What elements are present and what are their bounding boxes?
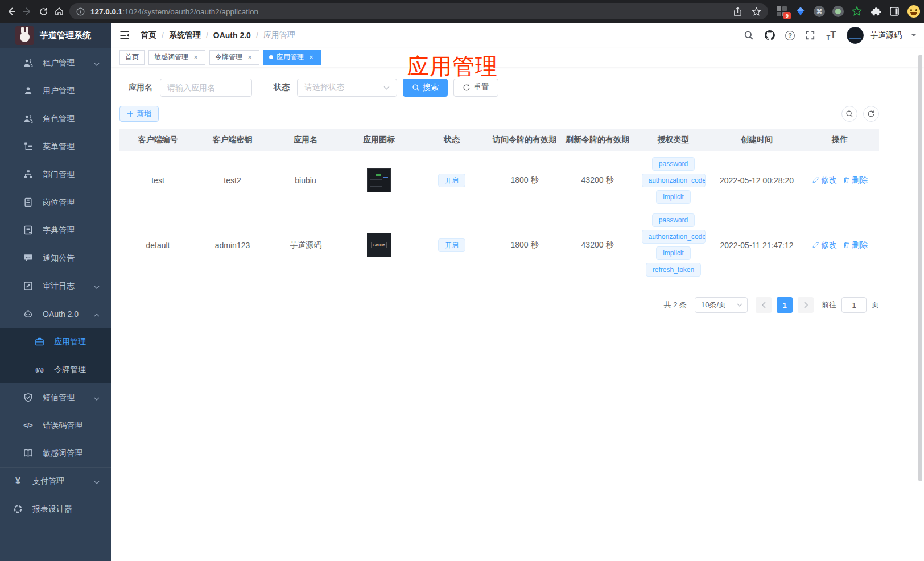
sidebar-menu: 租户管理 用户管理 角色管理 菜单管理 部门管理 岗位管理 [0, 48, 111, 523]
tab-sensitive-word[interactable]: 敏感词管理 × [148, 50, 205, 65]
add-button[interactable]: 新增 [119, 106, 159, 122]
delete-link[interactable]: 删除 [843, 175, 868, 185]
breadcrumb-oauth[interactable]: OAuth 2.0 [213, 31, 251, 40]
extension-blocks-icon[interactable]: 9 [776, 6, 787, 17]
page-size-select[interactable]: 10条/页 [695, 297, 748, 313]
sidebar-item-errcode[interactable]: </> 错误码管理 [0, 411, 111, 439]
chevron-right-icon [803, 302, 808, 308]
browser-forward-icon[interactable] [22, 6, 33, 17]
sidebar-collapse-icon[interactable] [119, 30, 130, 41]
sidebar-item-sms[interactable]: 短信管理 [0, 383, 111, 411]
breadcrumb-system[interactable]: 系统管理 [169, 30, 201, 40]
chevron-down-icon [94, 282, 100, 291]
grant-type-badge: implicit [656, 246, 691, 260]
sidebar-item-post[interactable]: 岗位管理 [0, 188, 111, 216]
grant-type-badge: authorization_code [642, 174, 706, 187]
applications-table: 客户端编号 客户端密钥 应用名 应用图标 状态 访问令牌的有效期 刷新令牌的有效… [119, 129, 879, 281]
font-size-icon[interactable]: TT [826, 30, 837, 41]
filter-form: 应用名 状态 请选择状态 搜索 重置 [119, 79, 915, 97]
search-icon[interactable] [743, 30, 754, 41]
app-title: 芋道管理系统 [40, 30, 91, 41]
page-content: 应用名 状态 请选择状态 搜索 重置 [111, 67, 924, 313]
edit-link[interactable]: 修改 [812, 175, 837, 185]
page-number-button[interactable]: 1 [777, 297, 793, 313]
fullscreen-icon[interactable] [805, 30, 816, 41]
extension-puzzle-icon[interactable] [870, 6, 881, 17]
active-dot-icon [269, 55, 273, 59]
share-icon[interactable] [733, 7, 742, 16]
site-info-icon[interactable] [76, 7, 85, 16]
bookmark-star-icon[interactable] [752, 7, 761, 16]
scrollbar-thumb[interactable] [918, 55, 922, 481]
close-icon[interactable]: × [192, 53, 200, 61]
col-access-ttl: 访问令牌的有效期 [488, 135, 561, 145]
cell-secret: admin123 [196, 241, 269, 250]
prev-page-button[interactable] [756, 297, 772, 313]
sidebar-item-menu[interactable]: 菜单管理 [0, 133, 111, 160]
browser-reload-icon[interactable] [38, 6, 49, 17]
edit-link[interactable]: 修改 [812, 240, 837, 250]
close-icon[interactable]: × [307, 53, 315, 61]
goto-label: 前往 [822, 300, 836, 310]
status-select[interactable]: 请选择状态 [297, 79, 397, 97]
sidebar-item-payment[interactable]: ¥ 支付管理 [0, 467, 111, 495]
browser-back-icon[interactable] [6, 6, 17, 17]
breadcrumb-current: 应用管理 [263, 30, 295, 40]
sidebar-item-user[interactable]: 用户管理 [0, 77, 111, 105]
grant-type-badge: refresh_token [646, 263, 701, 277]
user-menu-caret-icon[interactable] [911, 34, 916, 39]
sidebar-item-dept[interactable]: 部门管理 [0, 160, 111, 188]
github-icon[interactable] [764, 30, 776, 41]
open-book-icon [23, 448, 33, 458]
delete-link[interactable]: 删除 [843, 240, 868, 250]
sidebar-item-oauth-token[interactable]: ((A)) 令牌管理 [0, 356, 111, 383]
username: 芋道源码 [870, 30, 902, 40]
extension-dot-icon[interactable] [832, 6, 844, 17]
sidebar-item-notice[interactable]: 通知公告 [0, 244, 111, 272]
sidebar-item-sensitive-word[interactable]: 敏感词管理 [0, 439, 111, 467]
breadcrumb-home[interactable]: 首页 [141, 30, 156, 40]
close-icon[interactable]: × [246, 53, 254, 61]
cell-access-ttl: 1800 秒 [488, 240, 561, 250]
extension-cmd-icon[interactable]: ⌘ [814, 6, 825, 17]
tab-application[interactable]: 应用管理 × [263, 50, 321, 65]
extension-star-icon[interactable] [851, 6, 863, 17]
reset-button[interactable]: 重置 [453, 79, 498, 97]
refresh-table-button[interactable] [863, 106, 879, 122]
extension-emoji-icon[interactable] [908, 5, 920, 18]
sidebar-item-label: 应用管理 [54, 337, 86, 347]
id-badge-icon [23, 197, 33, 207]
url-bar[interactable]: 127.0.0.1:1024/system/oauth2/oauth2/appl… [69, 3, 768, 19]
sidebar-item-label: 通知公告 [43, 253, 75, 263]
sidebar-item-audit-log[interactable]: 审计日志 [0, 272, 111, 300]
search-icon [845, 110, 853, 118]
extension-gem-icon[interactable] [795, 6, 806, 17]
goto-page-input[interactable] [842, 297, 867, 313]
app-logo[interactable]: 芋道管理系统 [0, 23, 111, 48]
browser-home-icon[interactable] [53, 6, 65, 17]
next-page-button[interactable] [798, 297, 814, 313]
app-name-input[interactable] [160, 79, 252, 97]
users-icon [23, 114, 33, 123]
sidebar-item-dict[interactable]: 字典管理 [0, 216, 111, 244]
extension-sidepanel-icon[interactable] [889, 6, 900, 17]
sidebar-item-oauth-application[interactable]: 应用管理 [0, 328, 111, 356]
table-row: default admin123 芋道源码 GitHub 开启 1800 秒 4… [119, 209, 879, 281]
search-button[interactable]: 搜索 [403, 79, 448, 97]
avatar[interactable] [847, 27, 864, 44]
edit-pencil-icon [812, 176, 819, 184]
sidebar-item-tenant[interactable]: 租户管理 [0, 49, 111, 77]
cell-access-ttl: 1800 秒 [488, 175, 561, 185]
tab-home[interactable]: 首页 [119, 50, 145, 65]
breadcrumb-separator: / [206, 31, 208, 40]
tab-token[interactable]: 令牌管理 × [209, 50, 259, 65]
help-icon[interactable]: ? [785, 31, 795, 40]
cell-created: 2022-05-12 00:28:20 [713, 176, 801, 185]
sidebar-item-oauth[interactable]: OAuth 2.0 [0, 300, 111, 328]
grant-type-badge: password [652, 213, 695, 227]
show-search-button[interactable] [842, 106, 857, 122]
sidebar-item-role[interactable]: 角色管理 [0, 105, 111, 133]
cell-refresh-ttl: 43200 秒 [561, 175, 634, 185]
sidebar-item-report-designer[interactable]: 报表设计器 [0, 495, 111, 523]
chevron-up-icon [94, 310, 100, 319]
